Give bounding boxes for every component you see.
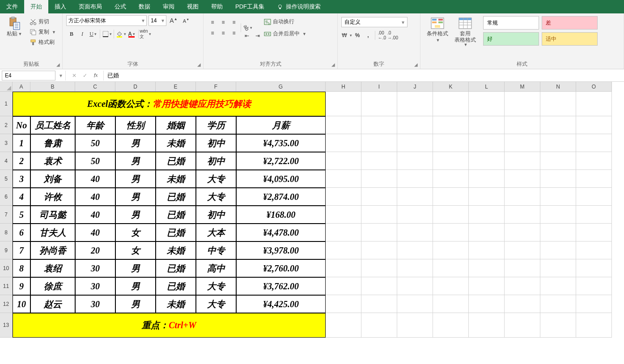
table-cell[interactable]: 1	[13, 134, 30, 152]
row-header-4[interactable]: 4	[0, 152, 13, 170]
tab-4[interactable]: 公式	[108, 0, 132, 13]
cell[interactable]	[540, 259, 576, 277]
cell[interactable]	[361, 170, 397, 188]
row-header-1[interactable]: 1	[0, 92, 13, 116]
cell[interactable]	[576, 277, 612, 295]
italic-button[interactable]: I	[77, 29, 88, 39]
table-cell[interactable]: 未婚	[156, 170, 196, 188]
table-cell[interactable]: 已婚	[156, 188, 196, 206]
cell[interactable]	[326, 259, 361, 277]
table-format-button[interactable]: 套用 表格格式▼	[451, 15, 480, 44]
row-header-13[interactable]: 13	[0, 313, 13, 338]
cell[interactable]	[505, 188, 540, 206]
col-header-H[interactable]: H	[326, 82, 361, 92]
row-header-8[interactable]: 8	[0, 224, 13, 241]
wrap-text-button[interactable]: ab 自动换行	[262, 17, 308, 26]
table-cell[interactable]: ¥4,095.00	[236, 170, 326, 188]
table-cell[interactable]: 40	[75, 206, 115, 224]
cell[interactable]	[469, 241, 505, 259]
table-cell[interactable]: 男	[115, 170, 156, 188]
style-bad[interactable]: 差	[542, 16, 598, 30]
col-header-C[interactable]: C	[75, 82, 115, 92]
cell[interactable]	[505, 92, 540, 116]
table-cell[interactable]: 已婚	[156, 152, 196, 170]
align-left-button[interactable]: ≡	[207, 28, 218, 38]
table-header[interactable]: 员工姓名	[30, 116, 75, 134]
cell[interactable]	[433, 170, 469, 188]
cell[interactable]	[397, 116, 433, 134]
cell[interactable]	[540, 206, 576, 224]
table-cell[interactable]: 50	[75, 134, 115, 152]
cell[interactable]	[469, 134, 505, 152]
cell[interactable]	[576, 313, 612, 338]
style-good[interactable]: 好	[483, 32, 539, 46]
table-cell[interactable]: 女	[115, 224, 156, 241]
col-header-L[interactable]: L	[469, 82, 505, 92]
cell[interactable]	[361, 277, 397, 295]
tab-1[interactable]: 开始	[24, 0, 48, 13]
table-cell[interactable]: 40	[75, 170, 115, 188]
cell[interactable]	[433, 224, 469, 241]
table-cell[interactable]: 男	[115, 152, 156, 170]
table-cell[interactable]: 司马懿	[30, 206, 75, 224]
table-cell[interactable]: 未婚	[156, 241, 196, 259]
col-header-I[interactable]: I	[361, 82, 397, 92]
align-center-button[interactable]: ≡	[218, 28, 229, 38]
table-cell[interactable]: 大专	[196, 188, 236, 206]
table-cell[interactable]: 40	[75, 188, 115, 206]
align-bottom-button[interactable]: ≡	[229, 17, 239, 28]
table-cell[interactable]: 中专	[196, 241, 236, 259]
cell[interactable]	[433, 116, 469, 134]
table-cell[interactable]: ¥2,760.00	[236, 259, 326, 277]
cell[interactable]	[397, 241, 433, 259]
cell[interactable]	[540, 152, 576, 170]
clipboard-dialog-launcher[interactable]: ◢	[55, 61, 61, 68]
col-header-M[interactable]: M	[505, 82, 540, 92]
row-header-12[interactable]: 12	[0, 295, 13, 313]
cell[interactable]	[433, 188, 469, 206]
cell[interactable]	[576, 188, 612, 206]
table-cell[interactable]: 4	[13, 188, 30, 206]
format-painter-button[interactable]: 格式刷	[28, 38, 58, 47]
cell[interactable]	[469, 116, 505, 134]
name-box[interactable]: E4	[2, 71, 55, 80]
table-cell[interactable]: 赵云	[30, 295, 75, 313]
font-dialog-launcher[interactable]: ◢	[195, 61, 202, 68]
cell[interactable]	[326, 241, 361, 259]
row-header-10[interactable]: 10	[0, 259, 13, 277]
cell[interactable]	[397, 224, 433, 241]
row-header-7[interactable]: 7	[0, 206, 13, 224]
cell[interactable]	[505, 277, 540, 295]
cell[interactable]	[540, 92, 576, 116]
table-header[interactable]: 年龄	[75, 116, 115, 134]
col-header-B[interactable]: B	[30, 82, 75, 92]
select-all-button[interactable]	[0, 82, 13, 92]
accounting-format-button[interactable]: ₩▾	[341, 30, 352, 41]
cell[interactable]	[540, 134, 576, 152]
cell[interactable]	[469, 170, 505, 188]
cell[interactable]	[469, 277, 505, 295]
col-header-E[interactable]: E	[156, 82, 196, 92]
paste-button[interactable]: 粘贴▼	[4, 15, 25, 38]
cell[interactable]	[397, 134, 433, 152]
align-middle-button[interactable]: ≡	[218, 17, 229, 28]
cell[interactable]	[505, 259, 540, 277]
cell[interactable]	[505, 152, 540, 170]
table-cell[interactable]: 徐庶	[30, 277, 75, 295]
table-cell[interactable]: 30	[75, 259, 115, 277]
table-cell[interactable]: 女	[115, 241, 156, 259]
title-cell[interactable]: Excel函数公式：常用快捷键应用技巧解读	[13, 92, 326, 116]
table-cell[interactable]: 刘备	[30, 170, 75, 188]
table-cell[interactable]: 2	[13, 152, 30, 170]
cell[interactable]	[433, 152, 469, 170]
cell[interactable]	[326, 295, 361, 313]
row-header-5[interactable]: 5	[0, 170, 13, 188]
style-neutral[interactable]: 适中	[542, 32, 598, 46]
underline-button[interactable]: U▾	[88, 29, 98, 39]
cell[interactable]	[361, 241, 397, 259]
cell[interactable]	[540, 116, 576, 134]
cell[interactable]	[469, 206, 505, 224]
grow-font-button[interactable]: A▲	[168, 15, 179, 26]
table-cell[interactable]: 男	[115, 188, 156, 206]
table-cell[interactable]: 许攸	[30, 188, 75, 206]
